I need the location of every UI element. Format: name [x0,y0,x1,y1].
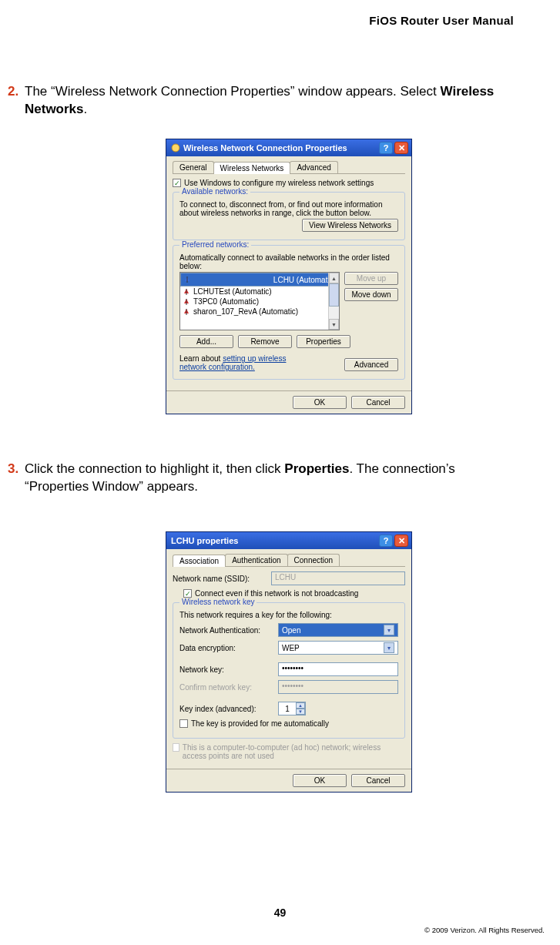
help-button[interactable]: ? [379,142,393,154]
page-header: FiOS Router User Manual [369,14,514,27]
connect-even-label: Connect even if this network is not broa… [195,589,358,598]
step-2-text-b: . [84,102,88,116]
available-title: Available networks: [179,187,250,196]
tab-wireless-networks[interactable]: Wireless Networks [213,162,291,174]
ckey-field: •••••••• [278,680,398,694]
preferred-text: Automatically connect to available netwo… [179,253,398,270]
auth-label: Network Authentication: [179,626,272,635]
enc-value: WEP [282,644,300,652]
ok-button[interactable]: OK [293,774,347,787]
checkbox-icon [179,719,188,728]
dialog-title: Wireless Network Connection Properties [183,143,347,152]
lchu-properties-dialog: LCHU properties ? ✕ Association Authenti… [166,531,412,793]
available-text: To connect to, disconnect from, or find … [179,200,398,217]
dialog-title: LCHU properties [171,536,238,545]
auto-key-checkbox[interactable]: The key is provided for me automatically [179,719,398,728]
key-label: Network key: [179,665,272,674]
ssid-field: LCHU [271,571,405,585]
chevron-down-icon: ▾ [384,625,394,635]
preferred-listbox[interactable]: LCHU (Automatic) LCHUTEst (Automatic) T3… [179,272,340,330]
available-networks-group: Available networks: To connect to, disco… [173,192,405,240]
adhoc-label: This is a computer-to-computer (ad hoc) … [183,743,405,760]
scroll-thumb[interactable] [329,283,339,307]
list-item[interactable]: sharon_107_RevA (Automatic) [180,307,339,317]
step-2: 2. The “Wireless Network Connection Prop… [8,83,514,119]
properties-button[interactable]: Properties [297,335,350,348]
list-item[interactable]: T3PC0 (Automatic) [180,297,339,307]
remove-button[interactable]: Remove [238,335,292,348]
antenna-icon [183,276,191,283]
enc-select[interactable]: WEP ▾ [278,641,398,655]
key-field[interactable]: •••••••• [278,662,398,676]
close-button[interactable]: ✕ [394,534,408,547]
advanced-button[interactable]: Advanced [344,358,398,371]
list-item-label: sharon_107_RevA (Automatic) [193,307,298,316]
help-button[interactable]: ? [379,534,393,547]
auth-select[interactable]: Open ▾ [278,623,398,637]
use-windows-checkbox[interactable]: ✓ Use Windows to configure my wireless n… [173,179,405,187]
antenna-icon [183,308,190,316]
step-3-bold: Properties [284,461,349,476]
use-windows-label: Use Windows to configure my wireless net… [184,179,374,187]
checkbox-icon: ✓ [173,179,181,187]
antenna-icon [183,298,190,306]
list-item-label: LCHU (Automatic) [273,276,336,284]
step-2-text-a: The “Wireless Network Connection Propert… [25,84,441,99]
move-down-button[interactable]: Move down [344,288,398,301]
chevron-down-icon: ▾ [384,642,394,653]
cancel-button[interactable]: Cancel [351,774,405,787]
step-3-text-a: Click the connection to highlight it, th… [25,461,284,476]
preferred-networks-group: Preferred networks: Automatically connec… [173,245,405,380]
preferred-title: Preferred networks: [179,240,251,249]
auth-value: Open [282,626,300,635]
enc-label: Data encryption: [179,644,272,652]
tab-authentication[interactable]: Authentication [225,554,287,566]
spin-up-icon[interactable]: ▲ [296,702,305,709]
scrollbar[interactable]: ▲ ▼ [328,273,339,330]
tabstrip: Association Authentication Connection [173,554,405,567]
learn-text: Learn about [179,354,223,363]
list-item[interactable]: LCHUTEst (Automatic) [180,287,339,297]
tab-general[interactable]: General [173,161,214,173]
connect-even-checkbox[interactable]: ✓ Connect even if this network is not br… [183,589,405,598]
ssid-label: Network name (SSID): [173,575,265,583]
scroll-down-icon[interactable]: ▼ [329,319,339,330]
scroll-up-icon[interactable]: ▲ [329,273,339,283]
checkbox-icon [173,743,179,752]
wnk-title: Wireless network key [179,598,257,606]
tabstrip: General Wireless Networks Advanced [173,161,405,174]
list-item[interactable]: LCHU (Automatic) [180,273,339,287]
wireless-icon [171,143,180,152]
list-item-label: T3PC0 (Automatic) [193,297,259,306]
move-up-button[interactable]: Move up [344,272,398,285]
titlebar[interactable]: LCHU properties ? ✕ [166,532,411,549]
idx-label: Key index (advanced): [179,705,272,713]
ckey-label: Confirm network key: [179,683,272,692]
copyright: © 2009 Verizon. All Rights Reserved. [424,926,545,934]
ok-button[interactable]: OK [293,396,347,409]
page-number: 49 [0,906,560,919]
wireless-key-group: Wireless network key This network requir… [173,602,405,739]
step-2-num: 2. [8,83,18,101]
wireless-properties-dialog: Wireless Network Connection Properties ?… [166,139,412,414]
step-3: 3. Click the connection to highlight it,… [8,461,514,496]
key-index-spinner[interactable]: ▲ ▼ [278,702,306,715]
idx-value[interactable] [279,702,296,715]
tab-connection[interactable]: Connection [287,554,340,566]
checkbox-icon: ✓ [183,589,192,598]
list-item-label: LCHUTEst (Automatic) [193,287,272,296]
titlebar[interactable]: Wireless Network Connection Properties ?… [166,139,411,156]
auto-key-label: The key is provided for me automatically [191,719,329,728]
svg-point-0 [172,144,179,152]
step-3-num: 3. [8,461,18,478]
tab-advanced[interactable]: Advanced [290,161,337,173]
spin-down-icon[interactable]: ▼ [296,709,305,715]
view-wireless-button[interactable]: View Wireless Networks [302,219,398,232]
add-button[interactable]: Add... [179,335,233,348]
antenna-icon [183,288,190,296]
cancel-button[interactable]: Cancel [351,396,405,409]
tab-association[interactable]: Association [173,555,226,567]
adhoc-checkbox: This is a computer-to-computer (ad hoc) … [173,743,405,760]
close-button[interactable]: ✕ [394,142,408,154]
wnk-text: This network requires a key for the foll… [179,611,398,619]
